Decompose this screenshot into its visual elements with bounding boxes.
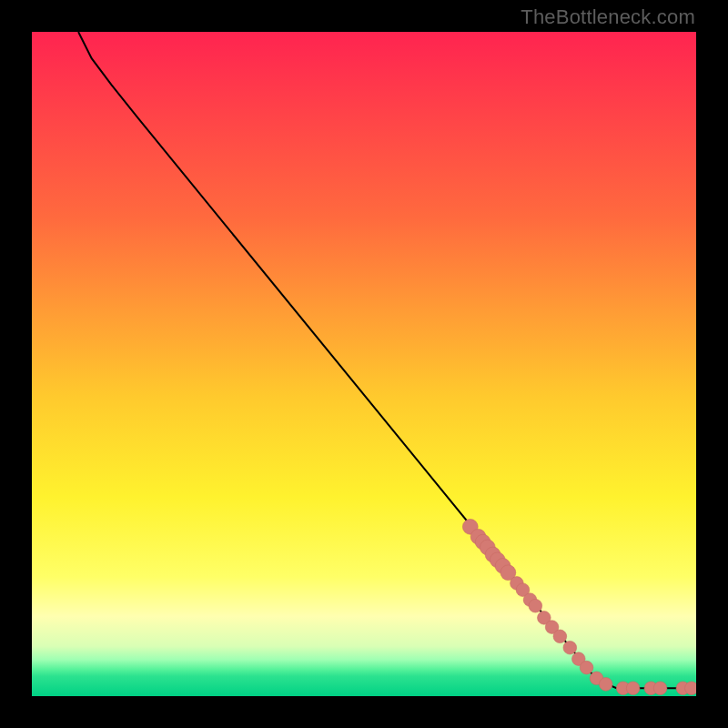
data-marker [685, 682, 696, 695]
data-marker [626, 682, 640, 695]
chart-frame: TheBottleneck.com [0, 0, 728, 728]
data-marker [653, 682, 667, 695]
gradient-background [32, 32, 696, 696]
data-marker [580, 661, 593, 674]
data-marker [563, 641, 577, 654]
plot-area [32, 32, 696, 696]
data-marker [553, 630, 567, 643]
watermark-text: TheBottleneck.com [521, 5, 695, 29]
data-marker [529, 599, 542, 612]
chart-svg [32, 32, 696, 696]
data-marker [599, 678, 612, 692]
